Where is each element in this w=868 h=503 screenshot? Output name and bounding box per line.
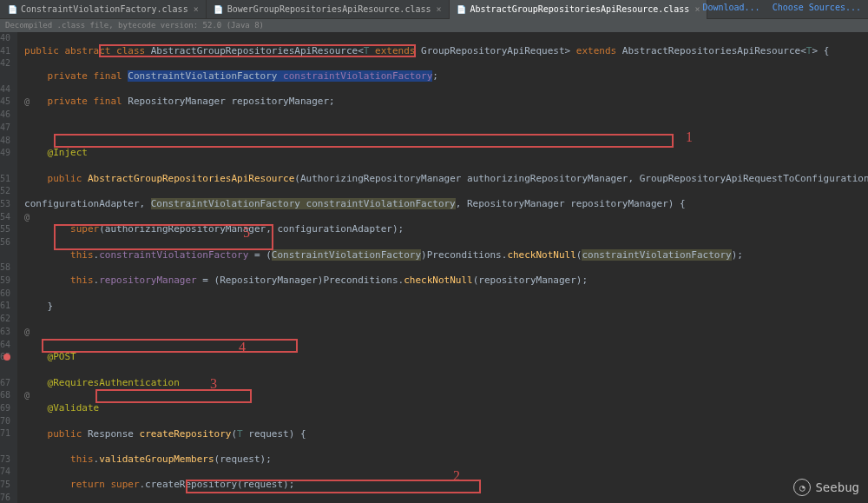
header-links: Download... Choose Sources... xyxy=(695,3,861,12)
download-link[interactable]: Download... xyxy=(702,3,760,12)
seebug-text: Seebug xyxy=(815,480,859,494)
tab-label: BowerGroupRepositoriesApiResource.class xyxy=(227,4,431,14)
class-icon: 📄 xyxy=(214,4,224,15)
choose-sources-link[interactable]: Choose Sources... xyxy=(773,3,861,12)
seebug-icon: ◔ xyxy=(793,479,811,496)
redbox-5 xyxy=(95,389,252,403)
tab-label: AbstractGroupRepositoriesApiResource.cla… xyxy=(470,4,690,14)
anno-4: 4 xyxy=(239,341,246,354)
code-area[interactable]: public abstract class AbstractGroupRepos… xyxy=(17,32,868,503)
anno-2: 2 xyxy=(453,470,460,483)
tab-abstract[interactable]: 📄 AbstractGroupRepositoriesApiResource.c… xyxy=(450,0,708,19)
close-icon[interactable]: × xyxy=(194,4,199,14)
tab-constraint[interactable]: 📄 ConstraintViolationFactory.class × xyxy=(0,0,207,19)
anno-5: 5 xyxy=(243,227,250,240)
gutter[interactable]: 4041424445@4647484951525354@555658596061… xyxy=(0,32,17,503)
redbox-2 xyxy=(54,134,674,148)
seebug-watermark: ◔ Seebug xyxy=(793,479,859,496)
class-icon: 📄 xyxy=(457,4,467,15)
class-icon: 📄 xyxy=(7,4,17,15)
anno-1: 1 xyxy=(686,131,693,144)
tab-label: ConstraintViolationFactory.class xyxy=(21,4,188,14)
tab-bar: 📄 ConstraintViolationFactory.class × 📄 B… xyxy=(0,0,868,19)
close-icon[interactable]: × xyxy=(437,4,442,14)
editor[interactable]: 4041424445@4647484951525354@555658596061… xyxy=(0,32,868,503)
decompile-notice: Decompiled .class file, bytecode version… xyxy=(0,19,868,32)
tab-bower[interactable]: 📄 BowerGroupRepositoriesApiResource.clas… xyxy=(207,0,450,19)
anno-3: 3 xyxy=(210,378,217,391)
